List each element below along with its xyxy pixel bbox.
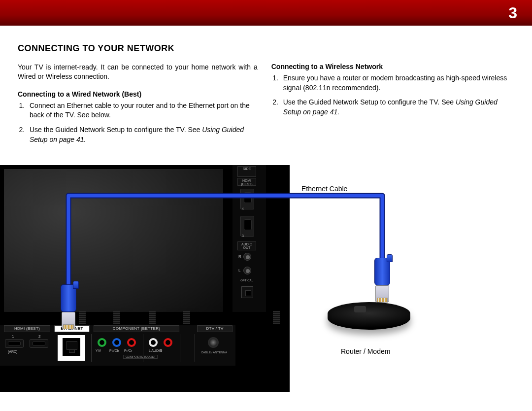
intro-text: Your TV is internet-ready. It can be con…: [18, 63, 258, 81]
standoff-icon: [79, 311, 86, 324]
hdmi-port-1: [5, 339, 24, 348]
tv-bottom-port-panel: HDMI (BEST) ETHERNET COMPONENT (BETTER) …: [0, 325, 235, 366]
audio-out-l-jack: [243, 267, 251, 274]
ethernet-jack-highlight: [58, 335, 85, 361]
component-pb-jack: [112, 338, 121, 347]
body-content: Connecting To Your Network Your TV is in…: [0, 26, 532, 149]
wired-step2-text: Use the Guided Network Setup to configur…: [30, 126, 202, 134]
hdmi-port-2: [30, 339, 48, 348]
hdmi2-num: 2: [38, 334, 40, 339]
wired-heading: Connecting to a Wired Network (Best): [18, 90, 258, 98]
composite-good-label: COMPOSITE (GOOD): [123, 355, 158, 359]
pbcb-label: Pb/Cb: [109, 349, 119, 352]
tv-rear-panel: SIDE HDMI (BEST) 4 3 AUDIO OUT R L OPTIC…: [0, 165, 290, 392]
audio-out-label: AUDIO OUT: [237, 241, 256, 250]
rj45-plug-tv-side: [59, 260, 78, 312]
hdmi-4-num: 4: [242, 207, 244, 210]
yv-label: Y/V: [96, 349, 101, 352]
wired-steps: Connect an Ethernet cable to your router…: [27, 101, 258, 144]
optical-label: OPTICAL: [237, 278, 256, 284]
wireless-step2-text: Use the Guided Network Setup to configur…: [283, 98, 456, 106]
connection-diagram: SIDE HDMI (BEST) 4 3 AUDIO OUT R L OPTIC…: [0, 165, 532, 411]
audio-r-jack: [164, 338, 172, 347]
prcr-label: Pr/Cr: [124, 349, 132, 352]
hdmi-best-label: HDMI (BEST): [237, 178, 256, 186]
raudio-label: R: [160, 349, 162, 352]
page-number: 3: [508, 4, 517, 22]
left-column: Your TV is internet-ready. It can be con…: [18, 63, 258, 149]
wireless-steps: Ensure you have a router or modem broadc…: [280, 73, 511, 117]
component-label: COMPONENT (BETTER): [94, 325, 179, 332]
wireless-step-2: Use the Guided Network Setup to configur…: [280, 98, 511, 117]
hdmi1-num: 1: [12, 334, 14, 339]
right-column: Connecting to a Wireless Network Ensure …: [271, 63, 511, 149]
dtv-tv-label: DTV / TV: [197, 325, 233, 332]
side-section-label: SIDE: [237, 166, 256, 177]
wired-step-2: Use the Guided Network Setup to configur…: [27, 125, 258, 144]
standoff-icon: [183, 311, 190, 324]
optical-port: [241, 286, 253, 298]
standoff-icon: [273, 311, 280, 324]
tv-side-ports: SIDE HDMI (BEST) 4 3 AUDIO OUT R L OPTIC…: [233, 165, 266, 312]
router-badge-icon: [354, 306, 366, 312]
wireless-step-1: Ensure you have a router or modem broadc…: [280, 73, 511, 93]
section-heading: Connecting To Your Network: [18, 43, 517, 54]
hdmi-port-3: 3: [240, 216, 254, 237]
audio-out-r-jack: [243, 253, 251, 261]
hdmi-port-4: 4: [240, 189, 254, 209]
bottom-hdmi-label: HDMI (BEST): [4, 325, 50, 332]
wireless-heading: Connecting to a Wireless Network: [271, 63, 511, 70]
audio-l-letter: L: [238, 268, 240, 273]
coax-port: [208, 337, 219, 348]
red-header-bar: 3: [0, 0, 532, 26]
wired-step-1: Connect an Ethernet cable to your router…: [27, 101, 258, 120]
component-pr-jack: [127, 338, 136, 347]
component-y-jack: [98, 338, 106, 347]
audio-l-jack: [149, 338, 158, 347]
ethernet-cable-label: Ethernet Cable: [301, 185, 347, 193]
ethernet-jack-icon: [63, 338, 80, 356]
standoff-icon: [149, 311, 156, 324]
router-modem-illustration: [328, 302, 410, 330]
hdmi-3-num: 3: [242, 234, 244, 238]
audio-r-letter: R: [238, 254, 241, 259]
cable-antenna-label: CABLE / ANTENNA: [201, 351, 227, 354]
rj45-plug-router-side: [372, 233, 392, 285]
arc-label: (ARC): [8, 350, 17, 353]
tv-back-surface: [4, 169, 223, 312]
standoff-icon: [113, 311, 120, 324]
router-modem-label: Router / Modem: [341, 347, 390, 355]
